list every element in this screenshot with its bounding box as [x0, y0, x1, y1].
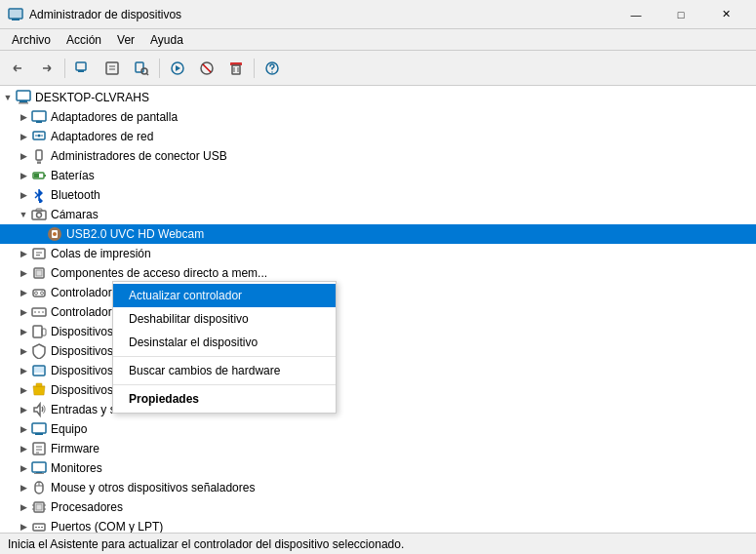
svg-rect-22	[19, 102, 28, 104]
toolbar-properties[interactable]	[99, 55, 126, 82]
componentes-label: Componentes de acceso directo a mem...	[51, 266, 267, 280]
controladores1-icon	[31, 285, 47, 300]
mouse-expand: ▶	[16, 483, 31, 493]
colas-label: Colas de impresión	[51, 247, 151, 260]
svg-rect-35	[34, 174, 39, 178]
menu-accion[interactable]: Acción	[59, 31, 109, 49]
maximize-button[interactable]: □	[658, 0, 703, 29]
colas-expand: ▶	[16, 249, 31, 258]
mouse-label: Mouse y otros dispositivos señaladores	[51, 481, 255, 495]
toolbar-devicemanager[interactable]	[69, 55, 97, 82]
toolbar-back[interactable]	[4, 55, 31, 82]
svg-rect-69	[34, 473, 44, 474]
toolbar-sep-2	[159, 59, 160, 78]
svg-rect-29	[36, 150, 42, 160]
toolbar-disable[interactable]	[193, 55, 220, 82]
usb2-icon	[47, 226, 62, 242]
bluetooth-label: Bluetooth	[51, 188, 100, 202]
baterias-label: Baterías	[51, 169, 95, 182]
tree-camaras[interactable]: ▼ Cámaras	[0, 205, 756, 224]
tree-usb2-device[interactable]: USB2.0 UVC HD Webcam	[0, 224, 756, 244]
status-text: Inicia el Asistente para actualizar el c…	[8, 537, 404, 551]
toolbar-uninstall[interactable]	[222, 55, 250, 82]
svg-rect-60	[36, 383, 42, 386]
baterias-icon	[31, 168, 47, 183]
dispositivos-sistema-icon	[31, 382, 47, 398]
administradores-conector-expand: ▶	[16, 151, 31, 161]
equipo-icon	[31, 421, 47, 437]
ctx-deshabilitar-dispositivo[interactable]: Deshabilitar dispositivo	[113, 307, 336, 331]
tree-administradores-conector[interactable]: ▶ Administradores de conector USB	[0, 146, 756, 166]
tree-adaptadores-red[interactable]: ▶ Adaptadores de red	[0, 127, 756, 146]
menu-archivo[interactable]: Archivo	[4, 31, 59, 49]
tree-mouse[interactable]: ▶ Mouse y otros dispositivos señaladores	[0, 478, 756, 497]
tree-bluetooth[interactable]: ▶ Bluetooth	[0, 185, 756, 205]
adaptadores-red-icon	[31, 129, 47, 144]
svg-rect-23	[32, 111, 46, 121]
tree-firmware[interactable]: ▶ Firmware	[0, 439, 756, 458]
bluetooth-icon	[31, 187, 47, 203]
svg-rect-34	[44, 175, 46, 177]
puertos-label: Puertos (COM y LPT)	[51, 520, 163, 533]
monitores-label: Monitores	[51, 461, 102, 475]
svg-point-19	[271, 71, 273, 73]
main-area: ▼ DESKTOP-CLVRAHS ▶ Adaptadores de panta…	[0, 86, 756, 533]
dispositivos-software-icon	[31, 363, 47, 378]
toolbar-update[interactable]	[164, 55, 191, 82]
dispositivos-seguridad-icon	[31, 343, 47, 359]
tree-baterias[interactable]: ▶ Baterías	[0, 166, 756, 185]
componentes-icon	[31, 265, 47, 281]
tree-componentes[interactable]: ▶ Componentes de acceso directo a mem...	[0, 263, 756, 283]
ctx-buscar-cambios[interactable]: Buscar cambios de hardware	[113, 359, 336, 382]
svg-line-10	[146, 73, 148, 75]
toolbar-forward[interactable]	[33, 55, 60, 82]
firmware-expand: ▶	[16, 444, 31, 454]
tree-root[interactable]: ▼ DESKTOP-CLVRAHS	[0, 88, 756, 107]
tree-adaptadores-pantalla[interactable]: ▶ Adaptadores de pantalla	[0, 107, 756, 127]
adaptadores-pantalla-icon	[31, 109, 47, 125]
svg-point-50	[35, 292, 38, 295]
toolbar-help[interactable]	[259, 55, 286, 82]
tree-colas[interactable]: ▶ Colas de impresión	[0, 244, 756, 263]
dispositivos-sistema-expand: ▶	[16, 385, 31, 395]
adaptadores-pantalla-expand: ▶	[16, 112, 31, 122]
dispositivos-seguridad-expand: ▶	[16, 346, 31, 356]
ctx-desinstalar-dispositivo[interactable]: Desinstalar el dispositivo	[113, 331, 336, 354]
minimize-button[interactable]: —	[614, 0, 658, 29]
svg-rect-48	[36, 270, 42, 276]
close-button[interactable]: ✕	[703, 0, 748, 29]
bluetooth-expand: ▶	[16, 190, 31, 200]
tree-equipo[interactable]: ▶ Equipo	[0, 419, 756, 439]
tree-puertos[interactable]: ▶ Puertos (COM y LPT)	[0, 517, 756, 533]
administradores-conector-label: Administradores de conector USB	[51, 149, 227, 163]
svg-rect-62	[35, 433, 43, 435]
svg-rect-2	[10, 10, 21, 18]
status-bar: Inicia el Asistente para actualizar el c…	[0, 533, 756, 554]
root-expand-icon: ▼	[0, 93, 16, 102]
procesadores-icon	[31, 499, 47, 515]
svg-point-39	[37, 213, 42, 218]
root-label: DESKTOP-CLVRAHS	[35, 91, 149, 104]
tree-procesadores[interactable]: ▶ Procesadores	[0, 497, 756, 517]
ctx-propiedades[interactable]: Propiedades	[113, 387, 336, 411]
toolbar-sep-1	[64, 59, 65, 78]
administradores-conector-icon	[31, 148, 47, 164]
camaras-expand: ▼	[16, 210, 31, 219]
toolbar	[0, 51, 756, 86]
menu-ayuda[interactable]: Ayuda	[142, 31, 191, 49]
adaptadores-red-label: Adaptadores de red	[51, 130, 153, 143]
window-title: Administrador de dispositivos	[29, 8, 614, 21]
dispositivos-icon	[31, 324, 47, 339]
puertos-icon	[31, 519, 47, 533]
toolbar-scan[interactable]	[128, 55, 155, 82]
app-icon	[8, 7, 23, 22]
svg-rect-21	[20, 100, 27, 102]
ctx-actualizar-controlador[interactable]: Actualizar controlador	[113, 284, 336, 307]
entradas-salidas-expand: ▶	[16, 405, 31, 415]
svg-rect-4	[78, 70, 84, 72]
device-tree[interactable]: ▼ DESKTOP-CLVRAHS ▶ Adaptadores de panta…	[0, 86, 756, 533]
toolbar-sep-3	[254, 59, 255, 78]
tree-monitores[interactable]: ▶ Monitores	[0, 458, 756, 478]
menu-ver[interactable]: Ver	[109, 31, 142, 49]
svg-line-13	[203, 64, 211, 72]
